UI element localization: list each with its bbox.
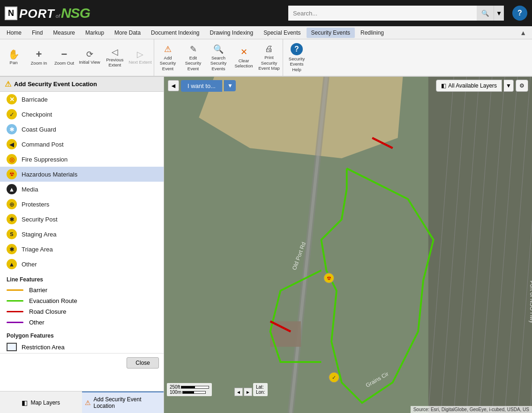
sidebar-item-road-closure[interactable]: Road Closure <box>0 306 164 317</box>
add-security-event-icon: ⚠ <box>164 44 172 54</box>
menu-item-more-data[interactable]: More Data <box>110 28 145 38</box>
menu-item-measure[interactable]: Measure <box>48 28 80 38</box>
scale-250ft: 250ft <box>170 384 209 390</box>
zoom-in-button[interactable]: + Zoom In <box>26 41 52 73</box>
menu-item-drawing-indexing[interactable]: Drawing Indexing <box>205 28 258 38</box>
clear-selection-icon: ✕ <box>240 47 247 57</box>
search-dropdown-button[interactable]: ▼ <box>494 6 504 21</box>
clear-selection-button[interactable]: ✕ Clear Selection <box>231 41 256 73</box>
menu-item-home[interactable]: Home <box>2 28 26 38</box>
sidebar-item-hazardous-materials[interactable]: ☢ Hazardous Materials <box>0 167 164 182</box>
edit-security-event-icon: ✎ <box>190 44 197 54</box>
add-security-event-button[interactable]: ⚠ Add Security Event <box>155 41 180 73</box>
menu-item-security-events[interactable]: Security Events <box>307 28 355 38</box>
sidebar-item-evacuation-route[interactable]: Evacuation Route <box>0 295 164 306</box>
sidebar-item-barricade[interactable]: ✕ Barricade <box>0 92 164 107</box>
evacuation-route-line-sample <box>7 300 23 302</box>
sidebar: ⚠ Add Security Event Location ✕ Barricad… <box>0 77 164 413</box>
app-logo: N PORT of NSG <box>5 5 90 21</box>
layers-dropdown-button[interactable]: ▼ <box>504 80 514 92</box>
barrier-label: Barrier <box>29 287 47 294</box>
map-nav-left: ◄ I want to... ▼ <box>168 80 236 92</box>
sidebar-item-barrier[interactable]: Barrier <box>0 285 164 295</box>
footer-tab-add-security-event-location[interactable]: ⚠ Add Security Event Location <box>82 391 164 413</box>
menubar-collapse-button[interactable]: ▲ <box>516 27 530 38</box>
sidebar-title: Add Security Event Location <box>14 81 97 88</box>
sidebar-item-triage-area[interactable]: ✱ Triage Area <box>0 242 164 257</box>
layers-button[interactable]: ◧ All Available Layers <box>436 80 502 92</box>
close-button[interactable]: Close <box>127 357 159 369</box>
sidebar-item-checkpoint[interactable]: ✓ Checkpoint <box>0 107 164 122</box>
sidebar-list: ✕ Barricade ✓ Checkpoint ✱ Coast Guard ◀… <box>0 92 164 391</box>
print-security-event-map-icon: 🖨 <box>265 44 273 54</box>
edit-security-event-button[interactable]: ✎ Edit Security Event <box>180 41 206 73</box>
coast-guard-label: Coast Guard <box>22 126 56 133</box>
line-other-label: Other <box>29 319 45 326</box>
zoom-out-button[interactable]: − Zoom Out <box>52 41 77 73</box>
menubar: Home Find Measure Markup More Data Docum… <box>0 26 532 39</box>
app-header: N PORT of NSG 🔍 ▼ ? <box>0 0 532 26</box>
sidebar-item-polygon-restriction[interactable]: Restriction Area <box>0 341 164 353</box>
menu-item-document-indexing[interactable]: Document Indexing <box>146 28 204 38</box>
sidebar-item-fire-suppression[interactable]: ◎ Fire Suppression <box>0 152 164 167</box>
map-nav-left-button[interactable]: ◄ <box>168 80 179 91</box>
sidebar-footer: ◧ Map Layers ⚠ Add Security Event Locati… <box>0 391 164 413</box>
polygon-restriction-sample <box>7 343 17 351</box>
layers-label: All Available Layers <box>448 82 497 89</box>
coords-bar: Lat: Lon: <box>253 383 268 396</box>
hazmat-icon: ☢ <box>7 169 17 179</box>
map-terrain <box>164 77 532 413</box>
map-topbar: ◄ I want to... ▼ ◧ All Available Layers … <box>164 80 532 92</box>
search-security-events-button[interactable]: 🔍 Search Security Events <box>206 41 231 73</box>
map-tools-button[interactable]: ⚙ <box>516 80 528 92</box>
i-want-to-dropdown-button[interactable]: ▼ <box>224 80 236 91</box>
staging-area-label: Staging Area <box>22 231 56 238</box>
sidebar-item-staging-area[interactable]: S Staging Area <box>0 227 164 242</box>
fire-suppression-label: Fire Suppression <box>22 156 67 163</box>
hazmat-label: Hazardous Materials <box>22 171 77 178</box>
sidebar-item-command-post[interactable]: ◀ Command Post <box>0 137 164 152</box>
sidebar-item-line-other[interactable]: Other <box>0 317 164 328</box>
media-icon: ▲ <box>7 184 17 194</box>
evacuation-route-label: Evacuation Route <box>29 297 77 304</box>
initial-view-icon: ⟳ <box>86 50 93 59</box>
map-layers-tab-label: Map Layers <box>30 399 60 406</box>
menu-item-markup[interactable]: Markup <box>81 28 109 38</box>
polygon-restriction-label: Restriction Area <box>22 344 65 351</box>
i-want-to-button[interactable]: I want to... <box>181 80 222 92</box>
search-input[interactable] <box>288 6 477 21</box>
next-extent-button[interactable]: ▷ Next Extent <box>127 41 153 73</box>
scale-bar: 250ft 100m <box>167 383 212 396</box>
zoom-in-icon: + <box>36 49 42 59</box>
map-top-right: ◧ All Available Layers ▼ ⚙ <box>436 80 528 92</box>
previous-extent-button[interactable]: ◁ Previous Extent <box>102 41 127 73</box>
search-button[interactable]: 🔍 <box>477 6 494 21</box>
nav-arrow-right[interactable]: ► <box>244 388 252 396</box>
close-btn-container: Close <box>0 353 164 372</box>
menu-item-redlining[interactable]: Redlining <box>356 28 389 38</box>
menu-item-find[interactable]: Find <box>27 28 47 38</box>
sidebar-item-media[interactable]: ▲ Media <box>0 182 164 197</box>
scale-100m: 100m <box>170 390 209 395</box>
scale-bar-100m <box>182 391 206 394</box>
sidebar-item-other[interactable]: ▲ Other <box>0 257 164 272</box>
security-events-help-button[interactable]: ? Security Events Help <box>284 41 309 73</box>
footer-tab-map-layers[interactable]: ◧ Map Layers <box>0 391 82 413</box>
coast-guard-icon: ✱ <box>7 124 17 134</box>
sidebar-item-coast-guard[interactable]: ✱ Coast Guard <box>0 122 164 137</box>
initial-view-button[interactable]: ⟳ Initial View <box>77 41 102 73</box>
security-events-help-icon: ? <box>291 43 303 55</box>
nav-arrow-left[interactable]: ◄ <box>234 388 243 396</box>
sidebar-item-security-post[interactable]: ✱ Security Post <box>0 212 164 227</box>
sidebar-item-protesters[interactable]: ⊕ Protesters <box>0 197 164 212</box>
pan-button[interactable]: ✋ Pan <box>1 41 26 73</box>
zoom-out-icon: − <box>61 49 67 59</box>
line-features-section-label: Line Features <box>0 272 164 285</box>
triage-area-label: Triage Area <box>22 246 53 253</box>
scale-bar-250ft <box>181 386 209 389</box>
map-background: ☢ ✓ Old Port Rd Grains Cir Port of NSG H… <box>164 77 532 413</box>
security-post-label: Security Post <box>22 216 58 223</box>
help-button[interactable]: ? <box>512 6 527 21</box>
menu-item-special-events[interactable]: Special Events <box>259 28 305 38</box>
print-security-event-map-button[interactable]: 🖨 Print Security Event Map <box>256 41 282 73</box>
